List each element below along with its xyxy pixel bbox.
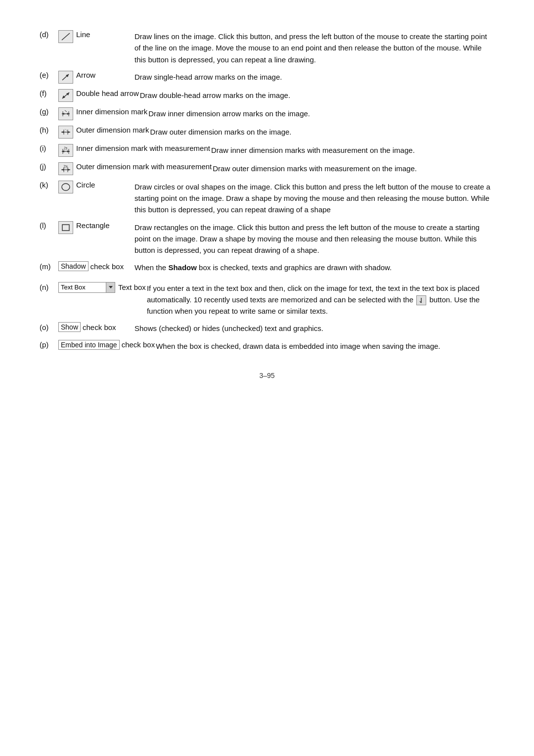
section-l-content: Draw rectangles on the image. Click this… <box>134 221 494 256</box>
section-o-label: (o) Show check box <box>40 322 134 332</box>
section-f: (f) Double head arrow Draw double-head a… <box>40 89 494 102</box>
section-p-content: When the box is checked, drawn data is e… <box>155 339 494 352</box>
textbox-control[interactable]: Text Box <box>58 282 115 293</box>
circle-icon <box>58 181 73 193</box>
section-i-content: Draw inner dimension marks with measurem… <box>210 143 494 156</box>
section-d-label: (d) Line <box>40 30 134 43</box>
section-h-description: Draw outer dimension marks on the image. <box>149 126 494 138</box>
page-number: 3–95 <box>40 372 494 379</box>
section-e-description: Draw single-head arrow marks on the imag… <box>134 71 494 83</box>
letter-d: (d) <box>40 30 58 39</box>
section-g-content: Draw inner dimension arrow marks on the … <box>147 107 494 119</box>
section-p-label: (p) Embed into Image check box <box>40 339 155 350</box>
svg-line-0 <box>62 33 70 40</box>
section-i-label: (i) 3.5 Inner dimension mark with measur… <box>40 143 210 157</box>
embed-suffix: check box <box>122 340 155 349</box>
letter-j: (j) <box>40 162 58 171</box>
rectangle-label: Rectangle <box>76 221 110 230</box>
inner-dim-meas-icon: 3.5 <box>58 144 73 157</box>
section-p-description: When the box is checked, drawn data is e… <box>155 340 494 352</box>
letter-p: (p) <box>40 340 58 349</box>
letter-l: (l) <box>40 221 58 230</box>
letter-f: (f) <box>40 89 58 97</box>
section-p: (p) Embed into Image check box When the … <box>40 339 494 352</box>
section-l-label: (l) Rectangle <box>40 221 134 234</box>
section-o-description: Shows (checked) or hides (unchecked) tex… <box>134 323 494 334</box>
svg-rect-35 <box>62 225 69 231</box>
letter-k: (k) <box>40 181 58 189</box>
letter-g: (g) <box>40 107 58 116</box>
section-n-label: (n) Text Box Text box <box>40 282 146 293</box>
embed-checkbox-label: Embed into Image <box>58 340 120 350</box>
arrow-double-icon <box>58 89 73 102</box>
section-d-description: Draw lines on the image. Click this butt… <box>134 31 494 65</box>
inner-dim-meas-label: Inner dimension mark with measurement <box>76 144 210 152</box>
section-j-label: (j) 3.5 Outer dimension mark with measur… <box>40 162 212 175</box>
inner-dim-label: Inner dimension mark <box>76 107 147 116</box>
section-k-description: Draw circles or oval shapes on the image… <box>134 181 494 216</box>
section-m-label: (m) Shadow check box <box>40 261 134 271</box>
letter-o: (o) <box>40 323 58 331</box>
double-arrow-label: Double head arrow <box>76 89 139 97</box>
letter-m: (m) <box>40 262 58 271</box>
svg-marker-29 <box>68 169 70 171</box>
outer-dim-meas-icon: 3.5 <box>58 162 73 175</box>
letter-e: (e) <box>40 71 58 79</box>
section-j-description: Draw outer dimension marks with measurem… <box>212 163 494 174</box>
section-e: (e) Arrow Draw single-head arrow marks o… <box>40 70 494 84</box>
section-j-content: Draw outer dimension marks with measurem… <box>212 162 494 174</box>
section-f-content: Draw double-head arrow marks on the imag… <box>139 89 494 101</box>
svg-point-34 <box>62 184 70 190</box>
letter-i: (i) <box>40 144 58 152</box>
section-i: (i) 3.5 Inner dimension mark with measur… <box>40 143 494 157</box>
section-e-label: (e) Arrow <box>40 70 134 84</box>
line-label: Line <box>76 30 90 39</box>
outer-dim-label: Outer dimension mark <box>76 126 149 134</box>
show-checkbox-label: Show <box>58 322 81 332</box>
section-n: (n) Text Box Text box If you enter a tex… <box>40 282 494 317</box>
section-g-description: Draw inner dimension arrow marks on the … <box>147 108 494 119</box>
section-e-content: Draw single-head arrow marks on the imag… <box>134 70 494 83</box>
section-l: (l) Rectangle Draw rectangles on the ima… <box>40 221 494 256</box>
section-l-description: Draw rectangles on the image. Click this… <box>134 222 494 256</box>
history-button-icon <box>416 295 426 305</box>
section-m-content: When the Shadow box is checked, texts an… <box>134 261 494 273</box>
section-j: (j) 3.5 Outer dimension mark with measur… <box>40 162 494 175</box>
circle-label: Circle <box>76 181 95 189</box>
section-f-description: Draw double-head arrow marks on the imag… <box>139 90 494 101</box>
rectangle-icon <box>58 221 73 234</box>
section-i-description: Draw inner dimension marks with measurem… <box>210 144 494 156</box>
section-h-content: Draw outer dimension marks on the image. <box>149 125 494 138</box>
outer-dim-icon <box>58 126 73 139</box>
textbox-input[interactable]: Text Box <box>59 284 106 291</box>
section-m-description: When the Shadow box is checked, texts an… <box>134 262 494 273</box>
svg-marker-28 <box>61 169 64 171</box>
arrow-single-icon <box>58 71 73 84</box>
section-f-label: (f) Double head arrow <box>40 89 139 102</box>
line-icon <box>58 30 73 43</box>
section-o: (o) Show check box Shows (checked) or hi… <box>40 322 494 334</box>
inner-dim-icon <box>58 107 73 120</box>
textbox-label: Text box <box>118 283 146 291</box>
svg-line-11 <box>65 110 67 112</box>
letter-h: (h) <box>40 126 58 134</box>
show-suffix: check box <box>83 323 116 331</box>
textbox-dropdown-arrow[interactable] <box>106 283 115 292</box>
shadow-suffix: check box <box>90 262 124 271</box>
section-k: (k) Circle Draw circles or oval shapes o… <box>40 180 494 216</box>
svg-line-19 <box>65 129 67 131</box>
section-n-description: If you enter a text in the text box and … <box>146 283 494 317</box>
section-g: (g) Inner dimension mark Draw inner dime… <box>40 107 494 120</box>
section-d: (d) Line Draw lines on the image. Click … <box>40 30 494 65</box>
letter-n: (n) <box>40 283 58 291</box>
section-h-label: (h) Outer dimension mark <box>40 125 149 139</box>
section-k-content: Draw circles or oval shapes on the image… <box>134 180 494 216</box>
chevron-down-icon <box>109 286 113 288</box>
arrow-label: Arrow <box>76 71 95 79</box>
section-k-label: (k) Circle <box>40 180 134 193</box>
section-n-content: If you enter a text in the text box and … <box>146 282 494 317</box>
section-o-content: Shows (checked) or hides (unchecked) tex… <box>134 322 494 334</box>
outer-dim-meas-label: Outer dimension mark with measurement <box>76 162 212 171</box>
section-d-content: Draw lines on the image. Click this butt… <box>134 30 494 65</box>
section-m: (m) Shadow check box When the Shadow box… <box>40 261 494 273</box>
